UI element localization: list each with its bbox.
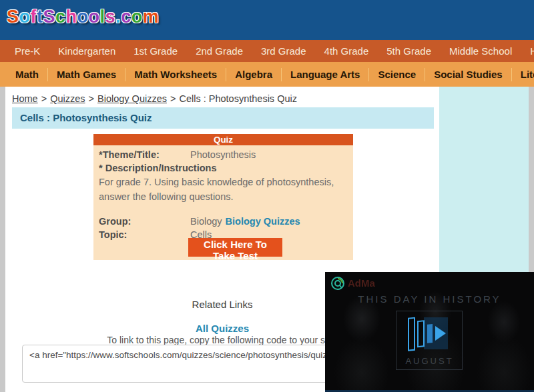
nav-middle-school[interactable]: Middle School: [449, 45, 512, 57]
nav-4th-grade[interactable]: 4th Grade: [324, 45, 369, 57]
left-gutter: [0, 87, 5, 392]
nav-1st-grade[interactable]: 1st Grade: [134, 45, 178, 57]
nav-math[interactable]: Math: [7, 68, 48, 81]
logo-letter: t: [37, 7, 43, 27]
nav-algebra[interactable]: Algebra: [226, 68, 282, 81]
nav-language-arts[interactable]: Language Arts: [282, 68, 369, 81]
logo-letter: o: [77, 7, 89, 27]
group-row: Group: BiologyBiology Quizzes: [99, 215, 348, 228]
nav-math-worksheets[interactable]: Math Worksheets: [125, 68, 226, 81]
page-title: Cells : Photosynthesis Quiz: [12, 107, 434, 129]
nav-math-games[interactable]: Math Games: [48, 68, 125, 81]
nav-kindergarten[interactable]: Kindergarten: [58, 45, 115, 57]
logo-letter: l: [100, 7, 105, 27]
nav-5th-grade[interactable]: 5th Grade: [386, 45, 431, 57]
logo-letter: m: [143, 7, 160, 27]
description-text: For grade 7. Using basic knowledge of ph…: [99, 175, 347, 204]
page: SoftSchools.com Pre-KKindergarten1st Gra…: [0, 0, 534, 392]
logo-letter: o: [19, 7, 31, 27]
ad-network-icon: [330, 276, 345, 291]
logo-letter: S: [7, 7, 19, 27]
logo-letter: S: [43, 7, 56, 27]
breadcrumb-link[interactable]: Quizzes: [50, 93, 85, 104]
nav-social-studies[interactable]: Social Studies: [425, 68, 512, 81]
theme-value: Photosynthesis: [190, 148, 256, 161]
logo-letter: s: [105, 7, 116, 27]
logo-letter: h: [66, 7, 77, 27]
group-value: BiologyBiology Quizzes: [190, 215, 300, 228]
breadcrumb-link[interactable]: Biology Quizzes: [97, 93, 167, 104]
quiz-card: Quiz *Theme/Title: Photosynthesis * Desc…: [93, 134, 353, 260]
breadcrumb: Home>Quizzes>Biology Quizzes>Cells : Pho…: [12, 93, 297, 104]
theme-label: *Theme/Title:: [99, 148, 190, 161]
logo-letter: o: [131, 7, 143, 27]
take-test-button[interactable]: Click Here To Take Test: [188, 238, 282, 257]
breadcrumb-current: Cells : Photosynthesis Quiz: [179, 93, 297, 104]
breadcrumb-separator: >: [41, 93, 47, 104]
nav-3rd-grade[interactable]: 3rd Grade: [261, 45, 306, 57]
nav-2nd-grade[interactable]: 2nd Grade: [196, 45, 243, 57]
group-quizzes-link[interactable]: Biology Quizzes: [226, 216, 300, 227]
video-ad-overlay[interactable]: AdMa THIS DAY IN HISTORY AUGUST: [325, 272, 534, 392]
top-banner: SoftSchools.com: [0, 0, 534, 40]
breadcrumb-separator: >: [170, 93, 176, 104]
nav-literature[interactable]: Literature: [512, 68, 534, 81]
quiz-card-body: *Theme/Title: Photosynthesis * Descripti…: [93, 145, 353, 241]
nav-pre-k[interactable]: Pre-K: [15, 45, 40, 57]
logo-letter: f: [31, 7, 37, 27]
logo-letter: c: [55, 7, 66, 27]
quiz-card-header: Quiz: [93, 134, 353, 145]
breadcrumb-link[interactable]: Home: [12, 93, 38, 104]
video-month-label: AUGUST: [325, 356, 534, 366]
softschools-logo[interactable]: SoftSchools.com: [7, 7, 159, 27]
topic-label: Topic:: [99, 228, 190, 241]
video-title: THIS DAY IN HISTORY: [325, 293, 534, 305]
nav-science[interactable]: Science: [369, 68, 425, 81]
breadcrumb-separator: >: [89, 93, 94, 104]
play-icon[interactable]: [407, 315, 453, 352]
subject-nav: MathMath GamesMath WorksheetsAlgebraLang…: [0, 62, 534, 87]
logo-letter: c: [121, 7, 131, 27]
ad-watermark: AdMa: [348, 277, 375, 289]
grade-nav: Pre-KKindergarten1st Grade2nd Grade3rd G…: [0, 40, 534, 62]
spacer: [99, 204, 348, 215]
theme-row: *Theme/Title: Photosynthesis: [99, 148, 348, 161]
description-label: * Description/Instructions: [99, 161, 348, 175]
logo-letter: .: [115, 7, 121, 27]
logo-letter: o: [89, 7, 100, 27]
nav-high-school[interactable]: High School: [530, 45, 534, 57]
group-label: Group:: [99, 215, 190, 228]
